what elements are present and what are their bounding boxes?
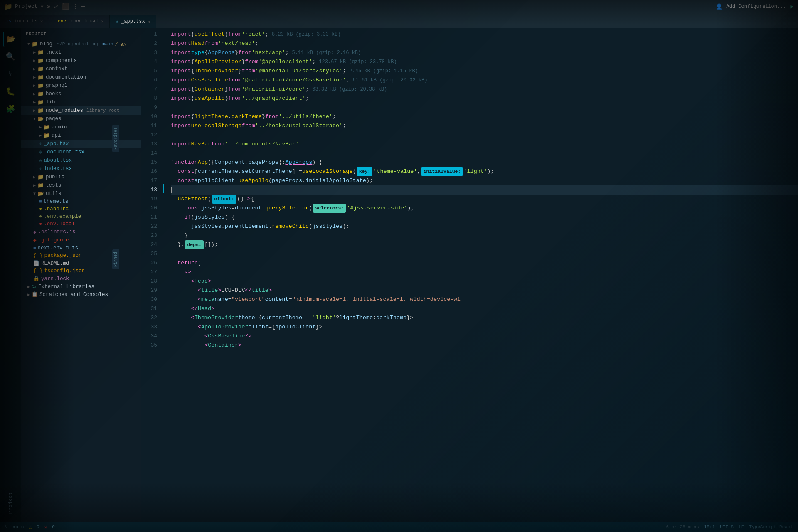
- tree-item-env-local[interactable]: ● .env.local: [21, 220, 141, 228]
- git-branch-name[interactable]: main: [13, 525, 24, 530]
- line-num-19: 19: [141, 195, 157, 204]
- graphql-label: graphql: [46, 83, 68, 89]
- tree-item-env-example[interactable]: ● .env.example: [21, 213, 141, 220]
- code-line-10: import { lightTheme , darkTheme } from '…: [171, 112, 798, 121]
- terminal-icon[interactable]: ⬛: [62, 3, 69, 10]
- tree-item-components[interactable]: ▶ 📁 components: [21, 57, 141, 65]
- line-num-14: 14: [141, 149, 157, 158]
- tab-close-env-icon[interactable]: ✕: [101, 19, 104, 24]
- add-config-label[interactable]: Add Configuration...: [727, 4, 786, 10]
- tree-item-readme[interactable]: 📄 README.md: [21, 259, 141, 267]
- line-ending[interactable]: LF: [739, 525, 744, 530]
- tree-item-package-json[interactable]: { } package.json: [21, 252, 141, 259]
- folder-modules-icon: 📁: [37, 107, 44, 114]
- expand-icon[interactable]: ⤢: [54, 3, 59, 10]
- folder-graphql-icon: 📁: [37, 82, 44, 89]
- env-icon: .env: [55, 19, 66, 24]
- favorites-tab[interactable]: Favorites: [112, 125, 119, 152]
- tree-item-yarn-lock[interactable]: 🔒 yarn.lock: [21, 275, 141, 283]
- activity-search-icon[interactable]: 🔍: [3, 49, 18, 64]
- minimize-icon[interactable]: —: [81, 3, 85, 10]
- tree-item-app-tsx[interactable]: ⚛ _app.tsx: [21, 140, 141, 148]
- activity-extensions-icon[interactable]: 🧩: [3, 101, 18, 116]
- line-num-33: 33: [141, 323, 157, 332]
- code-line-35: < Container >: [171, 341, 798, 350]
- tree-item-api[interactable]: ▶ 📁 api: [21, 131, 141, 140]
- line-num-26: 26: [141, 259, 157, 268]
- tab-index-ts[interactable]: TS index.ts ✕: [0, 15, 49, 28]
- code-line-3: import type { AppProps } from 'next/app'…: [171, 48, 798, 57]
- line-num-30: 30: [141, 295, 157, 304]
- code-line-29: < title > ECU-DEV </ title >: [171, 286, 798, 295]
- code-line-32: < ThemeProvider theme = { currentTheme =…: [171, 313, 798, 323]
- project-dropdown-icon[interactable]: ▾: [40, 2, 44, 11]
- settings-icon[interactable]: ⚙: [47, 3, 50, 10]
- effect-badge: effect:: [212, 195, 236, 204]
- project-title[interactable]: Project: [15, 3, 38, 10]
- tree-item-node-modules[interactable]: ▶ 📁 node_modules library root: [21, 106, 141, 115]
- tree-item-blog[interactable]: ▼ 📁 blog ~/Projects/blog main / 9△: [21, 40, 141, 48]
- sidebar-header: Project: [21, 28, 141, 40]
- gitignore-label: .gitignore: [38, 237, 69, 243]
- pinned-tab[interactable]: Pinned: [112, 249, 119, 269]
- tab-close-app-icon[interactable]: ✕: [148, 19, 150, 25]
- tree-item-next-env[interactable]: ■ next-env.d.ts: [21, 244, 141, 252]
- tree-item-admin[interactable]: ▶ 📁 admin: [21, 123, 141, 131]
- tree-item-tsconfig[interactable]: { } tsconfig.json: [21, 267, 141, 275]
- kw-import-1: import: [171, 30, 191, 39]
- chevron-ext-icon: ▶: [27, 284, 30, 289]
- line-num-7: 7: [141, 85, 157, 94]
- run-icon[interactable]: ▶: [791, 3, 794, 10]
- file-eslint-icon: ◆: [33, 229, 37, 235]
- tree-item-scratches[interactable]: ▶ 📋 Scratches and Consoles: [21, 291, 141, 298]
- library-root-badge: library root: [86, 108, 119, 113]
- activity-explorer-icon[interactable]: 📂: [3, 32, 18, 47]
- line-num-12: 12: [141, 131, 157, 140]
- tree-item-babelrc[interactable]: ● .babelrc: [21, 205, 141, 213]
- tree-item-graphql[interactable]: ▶ 📁 graphql: [21, 81, 141, 90]
- line-col[interactable]: 18:1: [704, 525, 715, 530]
- chevron-modules-icon: ▶: [33, 108, 36, 113]
- code-line-15: function App ({ Component , pageProps }:…: [171, 158, 798, 167]
- initial-value-badge: initialValue:: [421, 167, 463, 176]
- tree-item-documentation[interactable]: ▶ 📁 documentation: [21, 73, 141, 81]
- pages-label: pages: [46, 116, 62, 122]
- size-info-1: 8.23 kB (gzip: 3.33 kB): [272, 30, 341, 39]
- tree-item-next[interactable]: ▶ 📁 .next: [21, 48, 141, 57]
- line-num-11: 11: [141, 121, 157, 131]
- line-num-3: 3: [141, 48, 157, 57]
- tree-item-document-tsx[interactable]: ⚛ _document.tsx: [21, 148, 141, 156]
- tree-item-about-tsx[interactable]: ⚛ about.tsx: [21, 156, 141, 165]
- tab-env-local[interactable]: .env .env.local ✕: [49, 15, 110, 28]
- tree-item-eslintrc[interactable]: ◆ .eslintrc.js: [21, 228, 141, 236]
- tsx-icon: ⚛: [116, 19, 118, 25]
- tree-item-public[interactable]: ▶ 📁 public: [21, 173, 141, 181]
- tree-item-index-tsx[interactable]: ⚛ index.tsx: [21, 165, 141, 173]
- activity-git-icon[interactable]: ⑂: [3, 66, 18, 81]
- code-line-13: import NavBar from '../components/NavBar…: [171, 140, 798, 149]
- tab-app-tsx[interactable]: ⚛ _app.tsx ✕: [110, 15, 156, 28]
- code-line-6: import CssBaseline from '@material-ui/co…: [171, 76, 798, 85]
- tree-item-external-libs[interactable]: ▶ 🗂 External Libraries: [21, 283, 141, 291]
- tree-item-tests[interactable]: ▶ 📁 tests: [21, 181, 141, 190]
- encoding[interactable]: UTF-8: [720, 525, 734, 530]
- title-bar: 📁 Project ▾ ⚙ ⤢ ⬛ ⋮ — 👤 Add Configuratio…: [0, 0, 798, 13]
- tree-item-hooks[interactable]: ▶ 📁 hooks: [21, 90, 141, 98]
- line-num-31: 31: [141, 304, 157, 313]
- tree-item-utils[interactable]: ▼ 📂 utils: [21, 190, 141, 198]
- tab-close-icon[interactable]: ✕: [40, 19, 43, 24]
- tree-item-lib[interactable]: ▶ 📁 lib: [21, 98, 141, 106]
- more-icon[interactable]: ⋮: [72, 3, 78, 10]
- code-line-9: [171, 103, 798, 112]
- sidebar-title: Project: [26, 32, 47, 37]
- tree-item-theme-ts[interactable]: ■ theme.ts: [21, 198, 141, 205]
- tree-item-gitignore[interactable]: ◆ .gitignore: [21, 236, 141, 244]
- chevron-tests-icon: ▶: [33, 183, 36, 188]
- code-line-17: const apolloClient = useApollo ( pagePro…: [171, 176, 798, 185]
- tree-item-context[interactable]: ▶ 📁 context: [21, 65, 141, 73]
- tree-item-pages[interactable]: ▼ 📂 pages: [21, 115, 141, 123]
- language[interactable]: TypeScript React: [749, 525, 793, 530]
- activity-debug-icon[interactable]: 🐛: [3, 84, 18, 99]
- code-content[interactable]: import { useEffect } from 'react' ; 8.23…: [164, 28, 798, 522]
- file-index-tsx-icon: ⚛: [39, 165, 42, 172]
